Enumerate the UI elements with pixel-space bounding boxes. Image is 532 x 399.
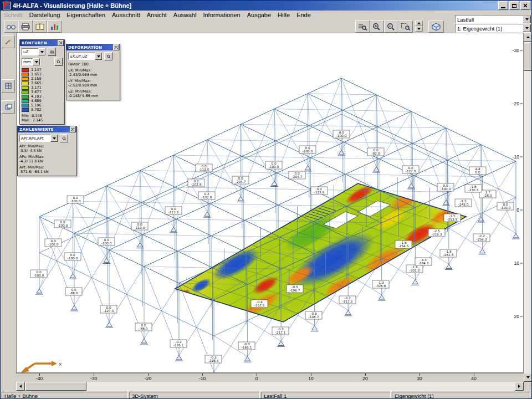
zoom-window-button[interactable] [398,21,413,33]
layers-tool-button[interactable] [2,100,15,114]
cube-icon [431,22,442,31]
load-case-type-dropdown-button[interactable] [523,16,531,23]
menu-item-eigenschaften[interactable]: Eigenschaften [63,11,109,19]
legend-row: 1.147 [22,68,63,72]
kontur-unit-value: mm [22,60,33,64]
maximize-button[interactable] [509,1,519,10]
load-case-combo[interactable]: 1: Eigengewicht (1) [455,24,531,33]
chevron-down-icon [40,51,44,53]
deformation-field-dropdown-button[interactable] [95,53,102,60]
value-label: 0.0-100.0 [45,239,62,247]
menu-item-ausgabe[interactable]: Ausgabe [244,11,274,19]
deformation-panel-titlebar[interactable]: DEFORMATION [66,44,120,50]
svg-text:-0.5: -0.5 [291,285,298,289]
deformation-camera-button[interactable] [104,52,112,60]
ruler-value: 40 [471,376,476,381]
kontur-field-dropdown-button[interactable] [38,48,45,55]
load-case-type-combo[interactable]: Lastfall [455,15,531,24]
print-button[interactable] [18,21,33,33]
ruler-corner [1,373,16,391]
statusbar-field: Eigengewicht (1) [392,392,530,399]
title-bar[interactable]: 4H-ALFA - Visualisierung [Halle + Bühne] [1,1,531,11]
kontur-camera-button[interactable] [54,58,63,66]
rotation-spinner[interactable] [415,21,423,32]
menu-item-auswahl[interactable]: Auswahl [170,11,200,19]
svg-text:-0.7: -0.7 [344,296,351,300]
konturen-close-button[interactable] [58,40,64,46]
load-case-dropdown-button[interactable] [523,24,531,32]
svg-text:0.0: 0.0 [73,196,78,200]
chevron-down-icon [525,18,529,21]
kontur-settings-button[interactable] [48,48,56,56]
report-button[interactable] [33,21,47,33]
zahlenwerte-field-dropdown-button[interactable] [50,135,58,142]
section-tool-button[interactable] [2,79,15,93]
svg-text:0.0: 0.0 [373,149,378,152]
deformation-field-combo[interactable]: uX,uY,uZ [68,53,103,60]
svg-text:-1.8: -1.8 [445,250,452,253]
edit-tool-button[interactable] [2,35,15,48]
svg-text:0.0: 0.0 [316,187,322,191]
kontur-unit-combo[interactable]: mm [22,58,40,65]
zoom-values-button[interactable] [355,21,370,33]
svg-text:-1.5: -1.5 [449,214,456,218]
value-label: 0.0-86.0 [135,323,152,331]
vertical-scroll-thumb[interactable] [524,42,532,71]
close-icon [71,127,75,131]
zahlenwerte-camera-button[interactable] [60,134,68,142]
svg-text:-261.5: -261.5 [443,253,454,257]
perspective-button[interactable] [428,21,444,33]
zoom-in-button[interactable] [370,21,384,33]
statusbar-field: 3D-System [129,392,260,399]
svg-text:-2.2: -2.2 [478,234,485,238]
scroll-left-button[interactable] [16,382,25,391]
legend-swatch [22,81,29,85]
app-window: 4H-ALFA - Visualisierung [Halle + Bühne]… [0,0,532,399]
svg-text:-204.7: -204.7 [292,175,303,178]
deformation-stats: Faktor: 100.uX: Min/Max:-2.43/0.969 mmuY… [68,62,118,98]
svg-text:-100.0: -100.0 [48,243,59,246]
value-label: 3.7-28.0 [479,190,496,198]
svg-text:0.0: 0.0 [137,223,142,226]
maximize-icon [512,4,516,8]
spin-up-button[interactable] [415,21,423,26]
view-options-button[interactable] [4,21,18,33]
menu-item-ende[interactable]: Ende [293,11,314,19]
horizontal-scrollbar[interactable] [16,382,524,391]
svg-text:-196.7: -196.7 [290,289,300,292]
scroll-right-button[interactable] [515,382,524,391]
statistics-button[interactable] [47,21,62,33]
svg-text:-0.4: -0.4 [256,300,263,304]
kontur-unit-dropdown-button[interactable] [33,58,40,65]
svg-text:-0.2: -0.2 [175,340,182,344]
menu-item-hilfe[interactable]: Hilfe [274,11,293,19]
legend-swatch [22,68,29,72]
close-icon [523,3,528,8]
scroll-up-button[interactable] [524,33,532,42]
arrow-right-icon [518,385,520,388]
zahlenwerte-close-button[interactable] [70,126,76,132]
svg-text:-204.7: -204.7 [236,180,246,183]
vertical-scrollbar[interactable] [524,33,532,382]
menu-item-informationen[interactable]: Informationen [200,11,243,19]
horizontal-scroll-thumb[interactable] [25,382,86,391]
menu-item-ansicht[interactable]: Ansicht [144,11,170,19]
zahlenwerte-field-combo[interactable]: APr,APs,APt [19,135,58,142]
svg-text:0.0: 0.0 [503,203,508,206]
close-button[interactable] [520,1,530,10]
minimize-button[interactable] [498,1,508,10]
zoom-window-icon [401,23,411,30]
zoom-out-button[interactable] [384,21,398,33]
zahlenwerte-panel-titlebar[interactable]: ZAHLENWERTE [18,126,76,132]
svg-text:-100.0: -100.0 [70,200,81,203]
svg-text:-100.0: -100.0 [336,134,347,137]
konturen-panel-titlebar[interactable]: KONTUREN [20,40,64,46]
spin-down-button[interactable] [415,27,423,32]
svg-text:0.0: 0.0 [201,165,207,168]
kontur-field-combo[interactable]: uZ [22,48,46,55]
menu-item-ausschnitt[interactable]: Ausschnitt [109,11,144,19]
deformation-close-button[interactable] [113,44,119,50]
scroll-down-button[interactable] [524,373,532,382]
deformation-stat-line: -2.43/0.969 mm [68,73,118,77]
menu-item-darstellung[interactable]: Darstellung [26,11,64,19]
